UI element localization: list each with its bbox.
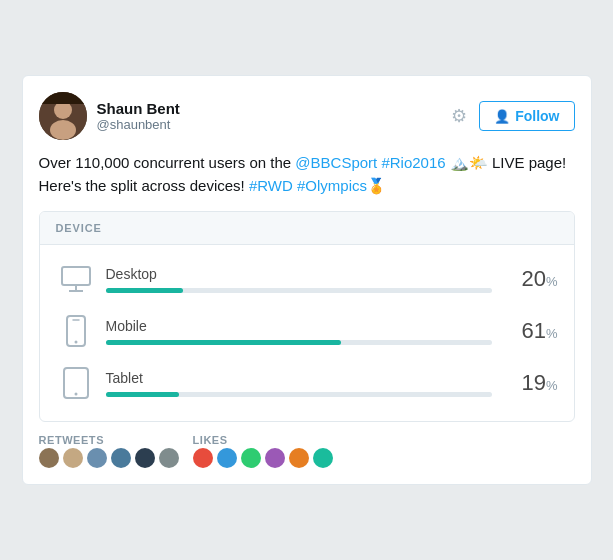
hashtag-rio2016[interactable]: #Rio2016 xyxy=(377,154,445,171)
mobile-bar-track xyxy=(106,340,492,345)
svg-rect-3 xyxy=(39,92,87,104)
tablet-percent: 19% xyxy=(506,370,558,396)
tweet-header-right: ⚙ 👤 Follow xyxy=(451,101,574,131)
tweet-header-left: Shaun Bent @shaunbent xyxy=(39,92,180,140)
desktop-info: Desktop xyxy=(106,266,492,293)
desktop-bar-track xyxy=(106,288,492,293)
tweet-emoji1: 🏔️🌤️ xyxy=(446,154,488,171)
mini-avatar-l5 xyxy=(289,448,309,468)
retweet-avatars xyxy=(39,448,179,468)
mobile-bar-fill xyxy=(106,340,341,345)
tweet-body: Over 110,000 concurrent users on the @BB… xyxy=(39,152,575,197)
mini-avatar-l2 xyxy=(217,448,237,468)
mobile-info: Mobile xyxy=(106,318,492,345)
data-card-header: DEVICE xyxy=(40,212,574,245)
hashtag-rwd[interactable]: #RWD xyxy=(249,177,293,194)
desktop-pct-sign: % xyxy=(546,274,558,289)
desktop-percent: 20% xyxy=(506,266,558,292)
mini-avatar-4 xyxy=(111,448,131,468)
hashtag-olympics[interactable]: #Olympics xyxy=(297,177,367,194)
avatar-image xyxy=(39,92,87,140)
tablet-icon xyxy=(56,367,96,399)
mini-avatar-3 xyxy=(87,448,107,468)
gear-icon[interactable]: ⚙ xyxy=(451,105,467,127)
mention-bbcsport[interactable]: @BBCSport xyxy=(295,154,377,171)
likes-label: LIKES xyxy=(193,434,333,446)
svg-point-11 xyxy=(74,393,77,396)
retweets-section: RETWEETS xyxy=(39,434,179,468)
likes-section: LIKES xyxy=(193,434,333,468)
svg-point-2 xyxy=(50,120,76,140)
tweet-emoji2: 🏅 xyxy=(367,177,386,194)
svg-point-8 xyxy=(74,341,77,344)
follow-button[interactable]: 👤 Follow xyxy=(479,101,574,131)
mobile-percent: 61% xyxy=(506,318,558,344)
retweets-label: RETWEETS xyxy=(39,434,179,446)
tweet-header: Shaun Bent @shaunbent ⚙ 👤 Follow xyxy=(39,92,575,140)
mini-avatar-5 xyxy=(135,448,155,468)
device-row-mobile: Mobile 61% xyxy=(56,305,558,357)
screen-name: @shaunbent xyxy=(97,117,180,132)
like-avatars xyxy=(193,448,333,468)
mini-avatar-l6 xyxy=(313,448,333,468)
device-row-desktop: Desktop 20% xyxy=(56,253,558,305)
mini-avatar-l4 xyxy=(265,448,285,468)
desktop-icon xyxy=(56,263,96,295)
mini-avatar-2 xyxy=(63,448,83,468)
mobile-pct-sign: % xyxy=(546,326,558,341)
desktop-label: Desktop xyxy=(106,266,492,282)
follow-person-icon: 👤 xyxy=(494,109,510,124)
data-card: DEVICE Desktop 20% xyxy=(39,211,575,422)
mini-avatar-l3 xyxy=(241,448,261,468)
mini-avatar-l1 xyxy=(193,448,213,468)
avatar xyxy=(39,92,87,140)
tweet-text-before: Over 110,000 concurrent users on the xyxy=(39,154,296,171)
mobile-icon xyxy=(56,315,96,347)
mini-avatar-6 xyxy=(159,448,179,468)
mini-avatar-1 xyxy=(39,448,59,468)
data-card-body: Desktop 20% Mobile xyxy=(40,245,574,421)
device-row-tablet: Tablet 19% xyxy=(56,357,558,409)
display-name: Shaun Bent xyxy=(97,100,180,117)
svg-rect-4 xyxy=(62,267,90,285)
desktop-bar-fill xyxy=(106,288,183,293)
tablet-info: Tablet xyxy=(106,370,492,397)
follow-label: Follow xyxy=(515,108,559,124)
tablet-label: Tablet xyxy=(106,370,492,386)
tablet-pct-sign: % xyxy=(546,378,558,393)
tablet-bar-track xyxy=(106,392,492,397)
tablet-bar-fill xyxy=(106,392,179,397)
tweet-card: Shaun Bent @shaunbent ⚙ 👤 Follow Over 11… xyxy=(22,75,592,485)
user-info: Shaun Bent @shaunbent xyxy=(97,100,180,132)
tweet-footer: RETWEETS LIKES xyxy=(39,434,575,468)
mobile-label: Mobile xyxy=(106,318,492,334)
